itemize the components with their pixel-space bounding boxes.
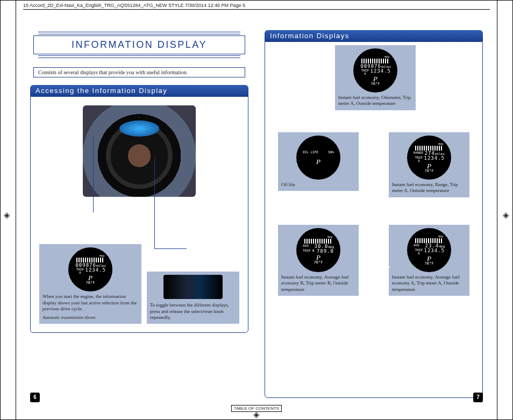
callout-text: To toggle between the different displays… bbox=[150, 302, 236, 321]
arrow-up-icon bbox=[319, 117, 320, 131]
gauge-trip-label: TRIP A bbox=[414, 248, 424, 255]
gauge-mpg-label: mpg bbox=[407, 143, 451, 145]
gauge-avg: 23.4 bbox=[425, 243, 439, 248]
gauge-trip-label: TRIP A bbox=[414, 156, 424, 162]
gauge-icon: mpg 009876miles TRIP A1234.5 P 76°F bbox=[68, 247, 112, 291]
arrow-down-icon bbox=[428, 116, 429, 131]
left-page: INFORMATION DISPLAY Consists of several … bbox=[30, 30, 248, 398]
gauge-bars-icon bbox=[76, 258, 104, 262]
gauge-temp: 76°F bbox=[407, 262, 451, 266]
arrow-line bbox=[386, 116, 429, 117]
gauge-mpg-label: mpg bbox=[353, 55, 397, 58]
display-caption: Instant fuel economy, Average fuel econo… bbox=[392, 274, 466, 293]
display-card-1: mpg 009876miles TRIP A1234.5 P76°F Insta… bbox=[335, 45, 416, 110]
display-caption: Instant fuel economy, Odometer, Trip met… bbox=[338, 95, 412, 107]
gauge-temp: 76°F bbox=[407, 169, 451, 173]
info-displays-panel: mpg 009876miles TRIP A1234.5 P76°F Insta… bbox=[265, 41, 483, 398]
gauge-temp: 76°F bbox=[353, 82, 397, 86]
display-card-2: OIL LIFE50% P Oil life bbox=[278, 132, 359, 191]
gauge-temp: 76°F bbox=[68, 281, 112, 285]
section-title-info-displays: Information Displays bbox=[265, 30, 483, 41]
slug-line: 15 Accord_2D_Exl-Navi_Ka_English_TRG_AQS… bbox=[23, 2, 490, 10]
gauge-gear: P bbox=[407, 255, 451, 262]
callout-footnote: Automatic transmission shown bbox=[42, 315, 138, 321]
gauge-bars-icon bbox=[415, 238, 443, 243]
leader-line bbox=[154, 248, 187, 249]
gauge-icon: mpg AVG23.4mpg TRIP A1234.5 P76°F bbox=[407, 228, 451, 272]
crop-mark bbox=[16, 1, 16, 419]
right-page: Information Displays mpg 009876miles TRI… bbox=[265, 30, 483, 398]
gauge-odometer: 009876 bbox=[360, 63, 381, 69]
steering-wheel-image bbox=[83, 105, 196, 197]
registration-mark: ◈ bbox=[4, 210, 10, 220]
display-card-3: mpg RANGE274miles TRIP A1234.5 P76°F Ins… bbox=[389, 132, 469, 197]
display-caption: Instant fuel economy, Range, Trip meter … bbox=[392, 182, 466, 194]
gauge-icon: mpg 009876miles TRIP A1234.5 P76°F bbox=[353, 48, 397, 92]
gauge-trip: 1234.5 bbox=[85, 268, 106, 274]
gauge-mpg-label: mpg bbox=[68, 254, 112, 257]
callout-toggle: To toggle between the different displays… bbox=[147, 272, 239, 324]
arrow-left-icon bbox=[363, 267, 390, 268]
gauge-icon: mpg RANGE274miles TRIP A1234.5 P76°F bbox=[407, 136, 451, 180]
gauge-gear: P bbox=[296, 158, 340, 165]
leader-line bbox=[154, 157, 155, 248]
display-card-5: mpg AVG23.4mpg TRIP A1234.5 P76°F Instan… bbox=[389, 225, 469, 296]
gauge-temp: 76°F bbox=[296, 261, 340, 265]
registration-mark: ◈ bbox=[253, 410, 260, 419]
registration-mark: ◈ bbox=[503, 210, 509, 220]
gauge-trip-label: TRIP A bbox=[75, 268, 85, 274]
gauge-trip: 1234.5 bbox=[424, 156, 445, 162]
accessing-panel: mpg 009876miles TRIP A1234.5 P 76°F When… bbox=[30, 96, 248, 333]
gauge-bars-icon bbox=[415, 146, 443, 151]
intro-text: Consists of several displays that provid… bbox=[33, 67, 245, 77]
callout-text: When you start the engine, the informati… bbox=[42, 294, 138, 312]
arrow-up-icon bbox=[319, 209, 320, 224]
gauge-odo-unit: miles bbox=[96, 264, 106, 267]
gauge-bars-icon bbox=[304, 239, 332, 244]
gauge-trip-label: TRIP B bbox=[303, 249, 315, 254]
gauge-range: 274 bbox=[425, 151, 435, 156]
select-reset-knob-image bbox=[163, 275, 223, 299]
page-spread: 15 Accord_2D_Exl-Navi_Ka_English_TRG_AQS… bbox=[0, 0, 513, 420]
display-card-4: mpg AVG30.0mpg TRIP B789.0 P76°F Instant… bbox=[278, 225, 359, 296]
gauge-gear: P bbox=[353, 75, 397, 82]
display-caption: Oil life bbox=[281, 182, 355, 188]
gauge-gear: P bbox=[407, 162, 451, 169]
page-number-left: 6 bbox=[30, 393, 40, 402]
gauge-trip: 1234.5 bbox=[370, 69, 391, 75]
gauge-avg-unit: mpg bbox=[328, 245, 334, 248]
crop-mark bbox=[497, 1, 497, 419]
display-caption: Instant fuel economy, Average fuel econo… bbox=[281, 274, 355, 293]
gauge-mpg-label: mpg bbox=[407, 235, 451, 238]
gauge-odo-unit: miles bbox=[381, 65, 391, 68]
gauge-avg-unit: mpg bbox=[439, 244, 445, 248]
gauge-gear: P bbox=[68, 274, 112, 281]
page-number-right: 7 bbox=[473, 393, 483, 402]
gauge-trip-label: TRIP A bbox=[360, 69, 370, 75]
gauge-icon: mpg AVG30.0mpg TRIP B789.0 P76°F bbox=[296, 228, 340, 272]
main-heading: INFORMATION DISPLAY bbox=[33, 35, 245, 54]
section-title-accessing: Accessing the Information Display bbox=[30, 85, 248, 96]
arrow-line bbox=[319, 116, 338, 117]
callout-start-engine: mpg 009876miles TRIP A1234.5 P 76°F When… bbox=[39, 244, 141, 324]
leader-line bbox=[93, 137, 94, 212]
gauge-trip: 1234.5 bbox=[424, 248, 445, 255]
arrow-down-icon bbox=[428, 209, 429, 224]
gauge-mpg-label: mpg bbox=[296, 236, 340, 238]
gauge-icon: OIL LIFE50% P bbox=[296, 136, 340, 180]
gauge-bars-icon bbox=[361, 59, 389, 63]
gauge-range-unit: miles bbox=[435, 152, 445, 155]
